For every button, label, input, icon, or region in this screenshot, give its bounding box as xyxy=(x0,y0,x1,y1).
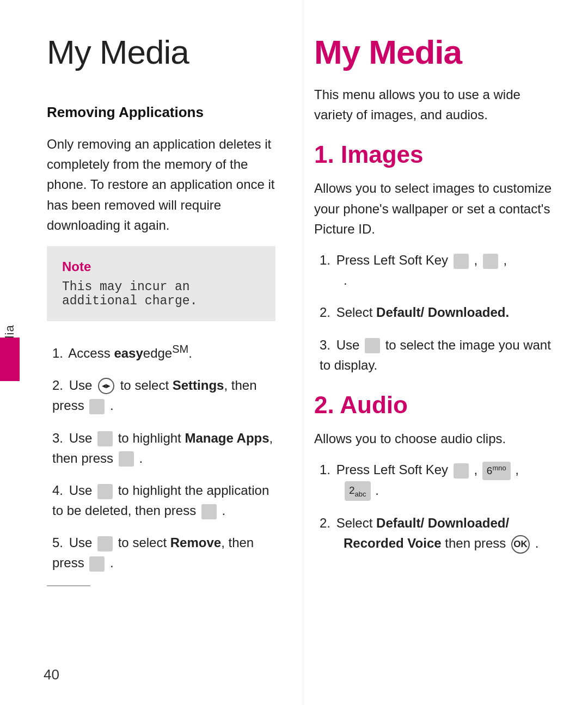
right-description: This menu allows you to use a wide varie… xyxy=(314,84,561,125)
nav-icon-4 xyxy=(97,484,113,499)
section-heading: Removing Applications xyxy=(47,104,275,121)
sidebar-accent xyxy=(0,338,20,381)
page-number: 40 xyxy=(44,666,59,683)
images-step-3: 3. Use to select the image you want to d… xyxy=(314,335,561,375)
step-3: 3. Use to highlight Manage Apps, then pr… xyxy=(47,428,275,468)
press-icon-3 xyxy=(119,451,134,467)
images-step-1: 1. Press Left Soft Key , , . xyxy=(314,250,561,290)
page-title-left: My Media xyxy=(47,33,275,71)
nav-icon-3 xyxy=(97,431,113,446)
intro-text: Only removing an application deletes it … xyxy=(47,134,275,235)
sidebar-tab: My Media xyxy=(0,0,20,705)
step-5: 5. Use to select Remove, then press . xyxy=(47,532,275,573)
nav-icon xyxy=(98,378,114,394)
ok-button: OK xyxy=(511,535,530,554)
press-icon-5 xyxy=(89,556,105,572)
steps-list: 1. Access easyedgeSM. 2. Use to select S… xyxy=(47,341,275,573)
audio-steps: 1. Press Left Soft Key , 6mno , 2abc . 2… xyxy=(314,459,561,554)
step-4: 4. Use to highlight the application to b… xyxy=(47,480,275,520)
audio-step-2: 2. Select Default/ Downloaded/ Recorded … xyxy=(314,513,561,554)
images-description: Allows you to select images to customize… xyxy=(314,178,561,239)
nav-icon-5 xyxy=(97,536,113,551)
page-title-right: My Media xyxy=(314,33,561,71)
section-title-images: 1. Images xyxy=(314,141,561,168)
audio-description: Allows you to choose audio clips. xyxy=(314,428,561,449)
main-content: My Media Removing Applications Only remo… xyxy=(20,0,588,705)
page-container: My Media My Media Removing Applications … xyxy=(0,0,588,705)
press-icon-4 xyxy=(201,504,217,519)
audio-step-1: 1. Press Left Soft Key , 6mno , 2abc . xyxy=(314,459,561,501)
note-title: Note xyxy=(62,259,260,274)
step-1: 1. Access easyedgeSM. xyxy=(47,341,275,363)
nav-icon-img xyxy=(365,338,380,353)
key-6mno: 6mno xyxy=(482,462,511,480)
audio-soft-key xyxy=(454,463,469,479)
divider xyxy=(47,585,90,586)
images-step-2: 2. Select Default/ Downloaded. xyxy=(314,302,561,322)
press-icon xyxy=(89,399,105,414)
step-2: 2. Use to select Settings, then press . xyxy=(47,375,275,415)
key-2abc: 2abc xyxy=(345,481,371,501)
soft-key-icon xyxy=(454,254,469,269)
note-body: This may incur an additional charge. xyxy=(62,280,260,308)
images-steps: 1. Press Left Soft Key , , . 2. Select D… xyxy=(314,250,561,375)
section-title-audio: 2. Audio xyxy=(314,391,561,419)
right-column: My Media This menu allows you to use a w… xyxy=(303,0,588,705)
note-box: Note This may incur an additional charge… xyxy=(47,246,275,321)
left-column: My Media Removing Applications Only remo… xyxy=(20,0,303,705)
section-number-2: 2. Audio xyxy=(314,391,408,418)
section-number-1: 1. Images xyxy=(314,141,424,168)
soft-key-icon-2 xyxy=(483,254,498,269)
